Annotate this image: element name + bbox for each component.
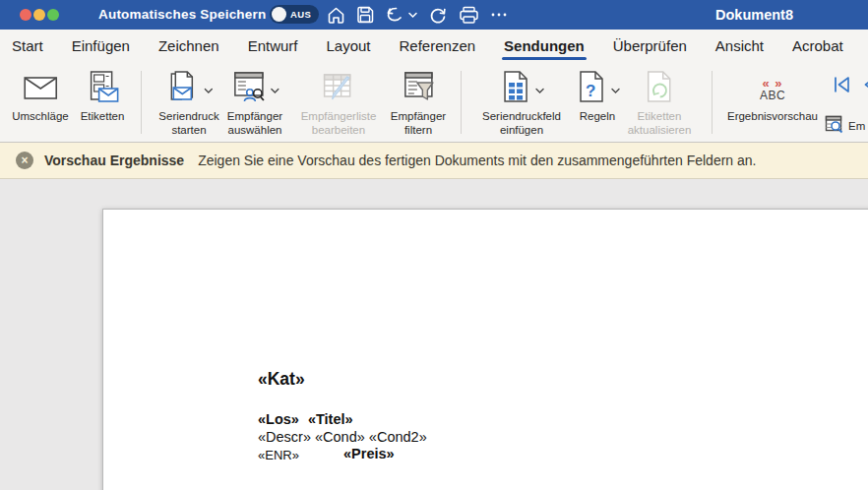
print-icon[interactable]: [459, 6, 479, 25]
undo-dropdown-chevron-icon[interactable]: [408, 12, 417, 19]
mail-merge-icon: [165, 70, 201, 109]
group-divider: [461, 71, 462, 134]
chevron-down-icon: [535, 81, 544, 98]
tab-acrobat[interactable]: Acrobat: [790, 31, 845, 62]
group-divider: [712, 71, 713, 134]
document-page[interactable]: «Kat» «Los»«Titel» «Descr» «Cond» «Cond2…: [102, 209, 868, 490]
status-message-bar: × Vorschau Ergebnisse Zeigen Sie eine Vo…: [0, 143, 868, 179]
save-icon[interactable]: [356, 6, 374, 24]
edit-recipient-list-button: Empfängerlistebearbeiten: [301, 69, 377, 137]
envelopes-button[interactable]: Umschläge: [12, 69, 69, 124]
document-title: Dokument8: [715, 7, 793, 23]
merge-field-los: «Los»: [258, 411, 299, 427]
merge-field-titel: «Titel»: [308, 411, 353, 427]
chevron-down-icon: [204, 81, 213, 98]
tab-ueberpruefen[interactable]: Überprüfen: [611, 31, 689, 62]
filter-icon: [401, 70, 436, 109]
tab-layout[interactable]: Layout: [324, 31, 372, 62]
preview-results-icon: « » ABC: [760, 77, 785, 102]
first-record-icon[interactable]: [832, 75, 851, 98]
autosave-state: AUS: [290, 9, 311, 20]
minimize-window-button[interactable]: [33, 9, 45, 21]
start-mail-merge-button[interactable]: Seriendruckstarten: [158, 69, 218, 137]
merge-field-descr-cond[interactable]: «Descr» «Cond» «Cond2»: [258, 429, 427, 445]
preview-results-button[interactable]: « » ABC Ergebnisvorschau: [727, 69, 818, 124]
chevron-down-icon: [271, 81, 279, 98]
ribbon: Umschläge Etiketten Seriendruckstarten E…: [0, 63, 868, 143]
redo-icon[interactable]: [428, 5, 448, 25]
message-title: Vorschau Ergebnisse: [44, 153, 184, 168]
tab-einfuegen[interactable]: Einfügen: [70, 31, 132, 62]
update-labels-icon: [643, 70, 676, 109]
tab-zeichnen[interactable]: Zeichnen: [156, 31, 221, 62]
merge-field-preis[interactable]: «Preis»: [343, 446, 395, 461]
select-recipients-button[interactable]: Empfängerauswählen: [227, 69, 282, 137]
more-commands-icon[interactable]: [490, 6, 508, 24]
tab-sendungen[interactable]: Sendungen: [502, 31, 587, 62]
dismiss-message-icon[interactable]: ×: [16, 152, 33, 169]
group-divider: [141, 71, 142, 134]
ribbon-tab-bar: Start Einfügen Zeichnen Entwurf Layout R…: [0, 30, 868, 63]
find-recipient-button[interactable]: Em: [825, 114, 865, 138]
merge-field-kat[interactable]: «Kat»: [258, 369, 305, 390]
autosave-label: Automatisches Speichern: [98, 7, 266, 22]
labels-icon: [85, 70, 120, 109]
merge-field-enr[interactable]: «ENR»: [258, 448, 299, 462]
autosave-toggle[interactable]: AUS: [270, 5, 319, 24]
find-recipient-icon: [825, 114, 844, 138]
tab-start[interactable]: Start: [10, 31, 45, 62]
previous-record-icon[interactable]: [862, 75, 868, 98]
envelope-icon: [23, 70, 58, 109]
document-canvas: «Kat» «Los»«Titel» «Descr» «Cond» «Cond2…: [0, 179, 868, 490]
insert-merge-field-button[interactable]: Seriendruckfeldeinfügen: [482, 69, 561, 137]
labels-button[interactable]: Etiketten: [81, 69, 125, 124]
message-description: Zeigen Sie eine Vorschau des fertigen Do…: [198, 153, 756, 168]
title-bar: Automatisches Speichern AUS Dokument8: [0, 0, 868, 30]
zoom-window-button[interactable]: [47, 9, 59, 21]
undo-icon[interactable]: [385, 5, 404, 25]
merge-field-icon: [499, 70, 532, 109]
tab-referenzen[interactable]: Referenzen: [398, 31, 478, 62]
chevron-down-icon: [611, 81, 620, 98]
recipient-list-icon: [230, 70, 268, 109]
tab-entwurf[interactable]: Entwurf: [246, 31, 300, 62]
tab-ansicht[interactable]: Ansicht: [713, 31, 766, 62]
close-window-button[interactable]: [20, 9, 31, 21]
update-labels-button: Etikettenaktualisieren: [628, 69, 692, 137]
svg-text:?: ?: [586, 82, 595, 100]
filter-recipients-button[interactable]: Empfängerfiltern: [391, 69, 446, 137]
rules-icon: ?: [575, 70, 608, 109]
home-icon[interactable]: [327, 6, 345, 25]
edit-list-icon: [320, 70, 357, 109]
rules-button[interactable]: ? Regeln: [575, 69, 620, 124]
toggle-knob: [272, 7, 286, 22]
